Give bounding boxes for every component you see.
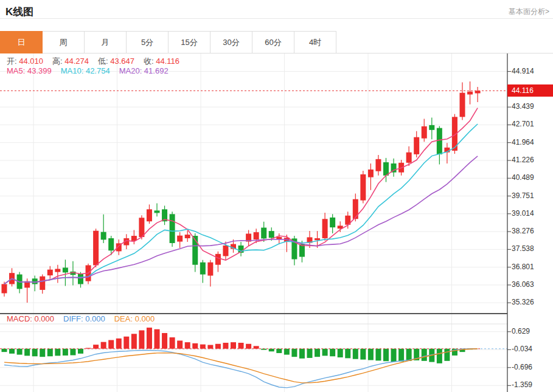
macd-bar xyxy=(307,349,313,358)
axis-tick-label: 39.751 xyxy=(512,191,552,200)
macd-bar xyxy=(162,333,167,349)
tab-period-2[interactable]: 月 xyxy=(84,31,127,53)
candle-body xyxy=(32,278,38,284)
macd-bar xyxy=(185,342,190,349)
candle-body xyxy=(47,270,53,276)
macd-bar xyxy=(40,349,45,357)
macd-bar xyxy=(215,344,221,349)
kline-chart[interactable] xyxy=(0,53,553,392)
macd-bar xyxy=(422,349,427,361)
axis-tick-label: 37.538 xyxy=(512,244,552,253)
axis-tick-label: 36.801 xyxy=(512,263,552,271)
candle-body xyxy=(330,218,335,227)
macd-bar xyxy=(368,349,374,360)
macd-legend: MACD: 0.000DIFF: 0.000DEA: 0.000 xyxy=(7,314,164,323)
macd-bar xyxy=(200,345,206,349)
macd-bar xyxy=(2,349,7,352)
macd-bar xyxy=(24,349,30,356)
axis-tick-label: 41.964 xyxy=(512,138,552,146)
ohlc-legend: 开: 44.010高: 44.274低: 43.647收: 44.116 xyxy=(7,56,189,67)
legend-item: DIFF: 0.000 xyxy=(63,314,105,323)
candle-body xyxy=(200,263,206,275)
macd-bar xyxy=(93,345,99,349)
candle-body xyxy=(322,219,328,238)
macd-bar xyxy=(131,334,137,348)
candle-body xyxy=(108,238,114,250)
candle-body xyxy=(254,232,259,239)
candle-body xyxy=(368,170,374,177)
macd-bar xyxy=(391,349,397,362)
candle-body xyxy=(170,214,175,243)
fundamental-analysis-link[interactable]: 基本面分析> xyxy=(509,7,549,17)
tab-period-4[interactable]: 15分 xyxy=(168,31,210,53)
candle-body xyxy=(383,162,389,176)
tab-period-5[interactable]: 30分 xyxy=(210,31,252,53)
macd-bar xyxy=(139,331,144,349)
macd-bar xyxy=(17,349,23,355)
macd-bar xyxy=(70,349,75,356)
macd-bar xyxy=(254,346,259,348)
legend-item: 高: 44.274 xyxy=(52,56,89,67)
candle-body xyxy=(63,267,68,272)
tab-period-3[interactable]: 5分 xyxy=(126,31,169,53)
tab-period-6[interactable]: 60分 xyxy=(252,31,294,53)
macd-bar xyxy=(108,340,114,349)
legend-item: MA20: 41.692 xyxy=(119,66,169,75)
macd-bar xyxy=(322,349,328,356)
macd-bar xyxy=(170,337,175,349)
macd-bar xyxy=(116,339,122,349)
legend-item: MA10: 42.754 xyxy=(61,66,110,75)
legend-item: MACD: 0.000 xyxy=(7,314,54,323)
axis-tick-label: -0.034 xyxy=(512,345,552,353)
candle-body xyxy=(215,254,221,265)
candle-body xyxy=(78,273,83,284)
candle-body xyxy=(177,236,183,242)
axis-tick-label: 44.914 xyxy=(512,67,552,75)
candle-body xyxy=(155,210,160,213)
macd-bar xyxy=(9,349,15,354)
macd-bar xyxy=(330,349,335,356)
candle-body xyxy=(261,228,266,239)
macd-bar xyxy=(276,349,282,353)
candle-body xyxy=(269,231,274,238)
legend-item: MA5: 43.399 xyxy=(7,66,52,75)
candle-body xyxy=(422,126,427,139)
header-divider xyxy=(0,18,553,19)
candle-body xyxy=(315,238,320,240)
macd-bar xyxy=(101,342,106,349)
tab-period-7[interactable]: 4时 xyxy=(294,31,336,53)
macd-bar xyxy=(444,349,450,361)
macd-bar xyxy=(338,349,343,357)
macd-bar xyxy=(398,349,404,362)
candle-body xyxy=(460,93,465,117)
ma10-line xyxy=(4,124,478,284)
kline-widget: K线图 基本面分析> 日周月5分15分30分60分4时 开: 44.010高: … xyxy=(0,0,553,392)
macd-bar xyxy=(246,344,251,349)
candle-body xyxy=(55,269,60,272)
macd-bar xyxy=(78,349,83,354)
macd-bar xyxy=(223,343,228,349)
macd-bar xyxy=(345,349,350,359)
macd-bar xyxy=(123,337,129,349)
macd-bar xyxy=(269,349,274,351)
legend-item: 低: 43.647 xyxy=(98,56,134,67)
macd-bar xyxy=(299,349,305,359)
candle-body xyxy=(93,231,99,266)
axis-tick-label: 43.439 xyxy=(512,102,552,111)
candle-body xyxy=(360,174,366,201)
candle-body xyxy=(437,128,442,154)
ma-legend: MA5: 43.399MA10: 42.754MA20: 41.692 xyxy=(7,66,178,75)
tab-period-1[interactable]: 周 xyxy=(42,31,85,53)
macd-bar xyxy=(55,349,60,356)
candle-body xyxy=(185,235,190,238)
current-price-badge: 44.116 xyxy=(507,84,553,97)
axis-tick-label: 36.063 xyxy=(512,280,552,289)
axis-tick-label: 0.629 xyxy=(512,327,552,335)
candle-body xyxy=(223,246,228,256)
macd-bar xyxy=(231,342,236,349)
legend-item: DEA: 0.000 xyxy=(114,314,155,323)
macd-bar xyxy=(177,340,183,348)
tab-period-0[interactable]: 日 xyxy=(0,31,43,53)
macd-bar xyxy=(47,349,53,356)
candle-body xyxy=(375,159,381,171)
